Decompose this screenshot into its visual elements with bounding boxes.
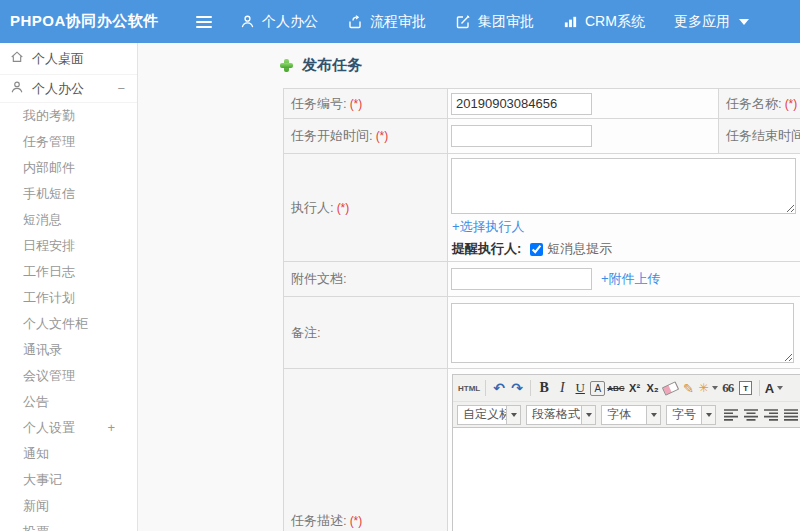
description-label: 任务描述: [291,513,347,528]
sidebar-item-personal-file-cabinet[interactable]: 个人文件柜 [0,311,137,337]
undo-icon[interactable]: ↶ [491,378,507,398]
toolbar-separator [530,380,531,396]
sidebar-item-news[interactable]: 新闻 [0,493,137,519]
sidebar-item-notice[interactable]: 通知 [0,441,137,467]
align-center-icon[interactable] [743,408,759,422]
underline-button[interactable]: U [572,378,588,398]
sidebar-item-internal-mail[interactable]: 内部邮件 [0,155,137,181]
required-mark: (*) [337,201,350,215]
font-size-select[interactable]: 字号 [666,405,716,425]
required-mark: (*) [350,514,363,528]
sidebar-item-label: 个人桌面 [32,50,84,68]
paste-as-text-icon[interactable]: T [738,378,754,398]
superscript-button[interactable]: X² [627,378,643,398]
strikethrough-button[interactable]: ABC [607,378,624,398]
top-navbar: PHPOA协同办公软件 个人办公 流程审批 [0,0,800,43]
start-time-label: 任务开始时间: [291,128,373,143]
caret-down-icon [701,406,715,424]
attachment-input[interactable] [451,268,592,290]
green-plus-icon [280,59,293,72]
sidebar-item-personal-office[interactable]: 个人办公 − [0,75,137,103]
source-code-button[interactable]: HTML [458,378,480,398]
main-content: 发布任务 任务编号:(*) 任务名称:(*) 任务开始时间:(*) 任务结束时间… [139,43,800,531]
sidebar-item-personal-desktop[interactable]: 个人桌面 [0,43,137,75]
attachment-upload-link[interactable]: +附件上传 [601,270,661,288]
start-time-input[interactable] [451,125,592,147]
eraser-icon[interactable] [663,378,679,398]
sms-remind-option-label: 短消息提示 [547,240,612,258]
task-no-input[interactable] [451,93,592,115]
nav-label: 流程审批 [370,13,426,31]
sidebar-item-address-book[interactable]: 通讯录 [0,337,137,363]
remind-executor-row: 提醒执行人: 短消息提示 [452,240,800,258]
redo-icon[interactable]: ↷ [509,378,525,398]
editor-toolbar-row2: 自定义标题 段落格式 字体 字号 [453,401,800,427]
nav-group-approval[interactable]: 集团审批 [455,13,534,31]
subscript-button[interactable]: X₂ [645,378,661,398]
quick-format-wand-icon[interactable]: ✳ [699,378,718,398]
sidebar-item-label: 个人办公 [32,80,84,98]
custom-heading-select[interactable]: 自定义标题 [457,405,521,425]
font-color-button[interactable]: A [765,378,783,398]
page-title: 发布任务 [302,56,362,75]
caret-down-icon [646,406,660,424]
font-family-select[interactable]: 字体 [601,405,661,425]
sidebar-item-short-message[interactable]: 短消息 [0,207,137,233]
caret-down-icon [739,19,749,25]
executor-textarea[interactable] [451,158,796,214]
sidebar-item-mobile-sms[interactable]: 手机短信 [0,181,137,207]
sidebar-item-work-plan[interactable]: 工作计划 [0,285,137,311]
sidebar-item-meeting-management[interactable]: 会议管理 [0,363,137,389]
sidebar-item-personal-settings[interactable]: 个人设置 + [0,415,137,441]
rich-text-editor: HTML ↶ ↷ B I U A ABC X² X₂ ✎ [452,374,800,531]
paragraph-format-select[interactable]: 段落格式 [526,405,596,425]
attachment-label: 附件文档: [291,271,347,286]
menu-toggle-icon[interactable] [196,15,214,29]
sidebar-item-vote-partial[interactable]: 投票 [0,519,137,531]
collapse-minus-icon[interactable]: − [117,81,125,96]
user-icon [10,80,32,97]
blockquote-button[interactable]: 66 [720,378,736,398]
remark-label: 备注: [291,325,321,340]
nav-label: 个人办公 [262,13,318,31]
executor-label: 执行人: [291,200,334,215]
expand-plus-icon[interactable]: + [107,415,115,441]
italic-button[interactable]: I [554,378,570,398]
sidebar-item-schedule[interactable]: 日程安排 [0,233,137,259]
nav-personal-office[interactable]: 个人办公 [240,13,318,31]
edit-square-icon [455,14,478,30]
sms-remind-checkbox[interactable] [530,243,543,256]
task-name-label: 任务名称: [726,96,782,111]
select-executor-link[interactable]: +选择执行人 [452,218,525,236]
task-no-label: 任务编号: [291,96,347,111]
publish-task-form: 任务编号:(*) 任务名称:(*) 任务开始时间:(*) 任务结束时间:(*) … [283,88,800,531]
nav-more-apps[interactable]: 更多应用 [674,13,749,31]
bold-button[interactable]: B [536,378,552,398]
format-brush-icon[interactable]: ✎ [681,378,697,398]
sidebar-item-announcement[interactable]: 公告 [0,389,137,415]
sidebar-item-memorabilia[interactable]: 大事记 [0,467,137,493]
nav-label: 集团审批 [478,13,534,31]
caret-down-icon [506,406,520,424]
process-share-icon [347,14,370,30]
align-right-icon[interactable] [763,408,779,422]
end-time-label: 任务结束时间: [726,128,800,143]
remark-textarea[interactable] [451,303,794,363]
app-logo[interactable]: PHPOA协同办公软件 [10,12,188,31]
bar-chart-icon [563,14,585,29]
sidebar-item-task-management[interactable]: 任务管理 [0,129,137,155]
font-style-box-icon[interactable]: A [590,381,605,396]
sidebar: 个人桌面 个人办公 − 我的考勤 任务管理 内部邮件 手机短信 短消息 日程安排… [0,43,138,531]
align-justify-icon[interactable] [783,408,799,422]
editor-content-area[interactable] [453,427,800,531]
align-left-icon[interactable] [723,408,739,422]
editor-toolbar-row1: HTML ↶ ↷ B I U A ABC X² X₂ ✎ [453,375,800,401]
sidebar-item-work-log[interactable]: 工作日志 [0,259,137,285]
nav-crm-system[interactable]: CRM系统 [563,13,645,31]
sidebar-item-my-attendance[interactable]: 我的考勤 [0,103,137,129]
user-icon [240,14,262,29]
nav-process-approval[interactable]: 流程审批 [347,13,426,31]
required-mark: (*) [376,129,389,143]
top-navigation: 个人办公 流程审批 集团审批 [240,13,778,31]
home-icon [10,50,32,67]
